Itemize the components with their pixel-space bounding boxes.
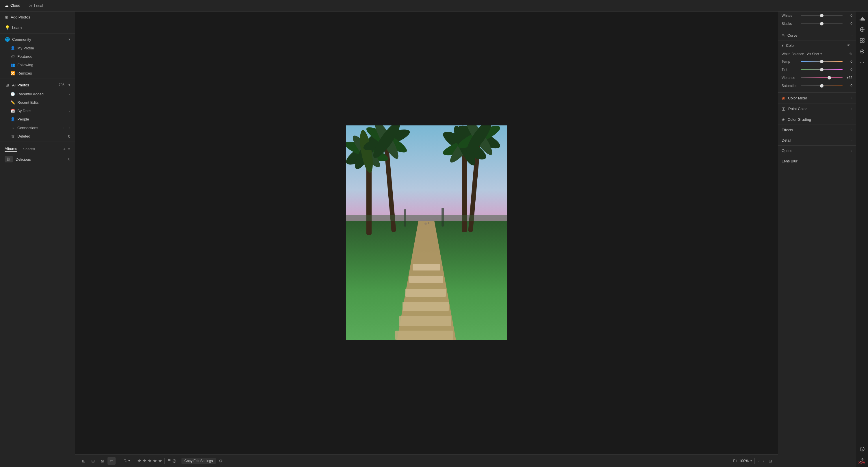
recently-added-chevron: ‹	[69, 92, 70, 96]
filter-icon-btn[interactable]	[858, 36, 867, 45]
sidebar-item-remixes[interactable]: 🔀 Remixes	[0, 69, 75, 77]
histogram-icon-btn[interactable]	[858, 14, 867, 23]
divider-3	[0, 142, 75, 142]
saturation-slider[interactable]	[801, 84, 843, 88]
star-1[interactable]: ★	[137, 458, 141, 464]
sidebar-item-people[interactable]: 👤 People	[0, 115, 75, 123]
sidebar-item-by-date[interactable]: 📅 By Date ‹	[0, 106, 75, 115]
view-grid-btn[interactable]: ⊞	[80, 457, 88, 465]
color-eye-icon[interactable]: 👁	[847, 43, 851, 48]
sidebar-item-recently-added[interactable]: 🕐 Recently Added ‹	[0, 90, 75, 98]
svg-rect-39	[864, 19, 865, 21]
color-mixer-section[interactable]: ◉ Color Mixer ›	[778, 92, 856, 103]
color-grading-section[interactable]: ◈ Color Grading ›	[778, 114, 856, 125]
all-photos-header[interactable]: ⊞ All Photos 706 ▾	[0, 80, 75, 90]
right-panel: Whites 0 Blacks 0 ✎ Curve ›	[778, 11, 856, 467]
settings-gear-button[interactable]: ⚙	[217, 457, 225, 465]
blacks-thumb[interactable]	[820, 22, 824, 25]
detail-section[interactable]: Detail ›	[778, 135, 856, 145]
divider-r1	[778, 29, 856, 29]
add-album-icon[interactable]: +	[63, 147, 66, 151]
point-color-section[interactable]: ◫ Point Color ›	[778, 103, 856, 114]
sidebar-item-deleted[interactable]: 🗑 Deleted 0	[0, 132, 75, 141]
sort-chevron: ▾	[128, 459, 130, 463]
shared-tab[interactable]: Shared	[23, 146, 35, 152]
optics-section[interactable]: Optics ›	[778, 145, 856, 156]
view-single-btn[interactable]: ▭	[107, 457, 116, 465]
temp-thumb[interactable]	[820, 60, 824, 63]
community-icon: 🌐	[5, 37, 10, 42]
svg-rect-43	[860, 38, 862, 40]
whites-thumb[interactable]	[820, 14, 824, 17]
add-photos-button[interactable]: ⊕ Add Photos	[0, 11, 75, 23]
flag-btn[interactable]: ⚑	[167, 458, 171, 464]
albums-sort-icon[interactable]: ≡	[68, 147, 70, 151]
view-grid2-btn[interactable]: ⊟	[89, 457, 97, 465]
more-icon-btn[interactable]: ⋯	[858, 58, 867, 67]
fit-zoom-control[interactable]: Fit 100% ▾	[733, 459, 752, 463]
whites-track	[801, 15, 843, 16]
tint-thumb[interactable]	[820, 68, 824, 71]
masking-icon-btn[interactable]	[858, 47, 867, 56]
wb-edit-icon[interactable]: ✎	[849, 52, 852, 56]
sidebar-item-my-profile[interactable]: 👤 My Profile	[0, 44, 75, 52]
white-balance-dropdown[interactable]: As Shot ▾	[807, 52, 822, 56]
connections-add-icon[interactable]: +	[63, 125, 65, 130]
deleted-icon: 🗑	[10, 134, 15, 138]
albums-tab[interactable]: Albums	[5, 146, 17, 152]
saturation-thumb[interactable]	[820, 84, 824, 88]
sidebar-item-connections[interactable]: ↔ Connections + ‹	[0, 123, 75, 132]
star-2[interactable]: ★	[143, 458, 147, 464]
copy-edit-settings-button[interactable]: Copy Edit Settings	[182, 458, 216, 464]
svg-rect-5	[405, 289, 446, 297]
svg-rect-38	[863, 18, 864, 21]
sidebar-item-following[interactable]: 👥 Following	[0, 61, 75, 69]
curve-collapse-btn[interactable]: ›	[851, 33, 852, 37]
effects-section[interactable]: Effects ›	[778, 125, 856, 135]
wb-chevron: ▾	[820, 52, 822, 56]
blacks-slider[interactable]	[801, 21, 843, 26]
album-thumbnail: 🖼	[5, 156, 13, 162]
color-grading-chevron: ›	[851, 118, 852, 121]
lens-blur-section[interactable]: Lens Blur ›	[778, 156, 856, 166]
whites-slider[interactable]	[801, 13, 843, 18]
plus-icon: ⊕	[5, 14, 8, 20]
photo-display	[346, 125, 507, 340]
local-icon: 🗂	[28, 3, 32, 8]
zoom-fit-button[interactable]: ⟷	[757, 457, 765, 465]
temp-slider[interactable]	[801, 59, 843, 64]
info-icon-btn[interactable]	[858, 444, 867, 454]
sep-4	[179, 458, 179, 464]
curve-icon: ✎	[782, 33, 785, 37]
recent-edits-icon: ✏️	[10, 100, 15, 104]
adjust-icon-btn[interactable]	[858, 25, 867, 34]
compare-button[interactable]: ⊡	[766, 457, 774, 465]
point-color-icon: ◫	[782, 106, 785, 111]
star-3[interactable]: ★	[148, 458, 152, 464]
vibrance-slider[interactable]	[801, 75, 843, 80]
album-item-delicious[interactable]: 🖼 Delicious 0	[0, 154, 75, 165]
star-5[interactable]: ★	[158, 458, 162, 464]
cloud-tab[interactable]: ☁ Cloud	[3, 0, 21, 11]
svg-rect-46	[863, 41, 864, 42]
whites-row: Whites 0	[778, 11, 856, 20]
curve-header[interactable]: ✎ Curve ›	[778, 30, 856, 40]
view-split-btn[interactable]: ⊠	[98, 457, 106, 465]
sidebar-item-recent-edits[interactable]: ✏️ Recent Edits	[0, 98, 75, 106]
reject-btn[interactable]: ⊘	[172, 458, 177, 464]
sidebar-community-header[interactable]: 🌐 Community ▾	[0, 35, 75, 44]
local-tab[interactable]: 🗂 Local	[27, 0, 44, 11]
detail-chevron: ›	[851, 139, 852, 142]
saturation-row: Saturation 0	[778, 82, 856, 90]
tint-slider[interactable]	[801, 67, 843, 72]
cloud-icon: ☁	[5, 3, 9, 8]
sort-button[interactable]: ⇅ ▾	[122, 458, 132, 464]
people-icon: 👤	[10, 117, 15, 121]
sidebar-item-learn[interactable]: 💡 Learn	[0, 23, 75, 32]
vibrance-thumb[interactable]	[828, 76, 831, 80]
svg-rect-44	[863, 38, 864, 40]
color-section-header[interactable]: ▾ Color 👁	[778, 40, 856, 50]
sidebar-item-featured[interactable]: 🏷 Featured	[0, 52, 75, 61]
white-balance-row: White Balance As Shot ▾ ✎	[778, 50, 856, 58]
star-4[interactable]: ★	[153, 458, 157, 464]
